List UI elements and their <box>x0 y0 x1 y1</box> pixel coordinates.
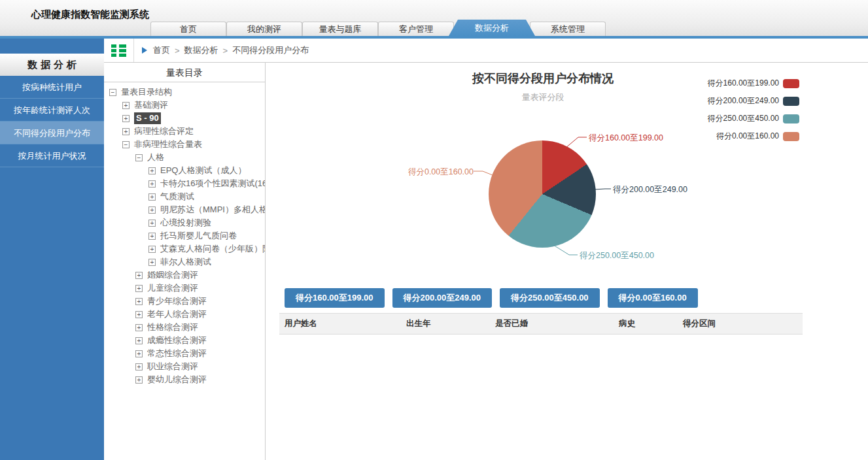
tree-toggle-icon[interactable]: + <box>135 285 143 292</box>
tree-toggle-icon[interactable]: + <box>148 206 156 214</box>
tree-row[interactable]: +明尼苏达（MMPI）多相人格测试 <box>104 203 265 216</box>
tree-toggle-icon[interactable]: + <box>148 167 156 174</box>
tree-item-label: 婴幼儿综合测评 <box>147 374 207 386</box>
tree-toggle-icon[interactable]: + <box>135 337 143 344</box>
tree-row[interactable]: +婚姻综合测评 <box>104 269 265 282</box>
layout-list-icon <box>111 44 126 57</box>
tree-row[interactable]: +卡特尔16项个性因素测试(16PF) <box>104 177 265 190</box>
tree-row[interactable]: +儿童综合测评 <box>104 282 265 295</box>
tree-item-label: S - 90 <box>134 112 161 124</box>
breadcrumb: 首页>数据分析>不同得分段用户分布 <box>142 39 309 62</box>
tree-toggle-icon[interactable]: + <box>148 233 156 240</box>
tree-toggle-icon[interactable]: + <box>135 363 143 370</box>
tree-row[interactable]: −量表目录结构 <box>104 86 265 99</box>
tree-toggle-icon[interactable]: + <box>135 311 143 318</box>
tree-toggle-icon[interactable]: + <box>148 220 156 227</box>
tree-row[interactable]: +婴幼儿综合测评 <box>104 373 265 386</box>
tab-5[interactable]: 系统管理 <box>530 22 606 36</box>
tree-row[interactable]: +性格综合测评 <box>104 321 265 334</box>
legend-item[interactable]: 得分0.00至160.00 <box>716 131 799 142</box>
tree-row[interactable]: +基础测评 <box>104 99 265 112</box>
tree-row[interactable]: +菲尔人格测试 <box>104 255 265 269</box>
legend-swatch <box>783 97 799 106</box>
table-column-header: 病史 <box>614 314 678 335</box>
tree-row[interactable]: +职业综合测评 <box>104 360 265 373</box>
tree-toggle-icon[interactable]: + <box>122 128 130 135</box>
pie-slice-label: 得分250.00至450.00 <box>580 250 654 261</box>
tree-toggle-icon[interactable]: + <box>148 180 156 188</box>
tree-panel-title: 量表目录 <box>104 63 265 82</box>
sidebar-item[interactable]: 按月统计用户状况 <box>0 144 104 167</box>
tree-toggle-icon[interactable]: − <box>135 154 143 161</box>
legend-item[interactable]: 得分200.00至249.00 <box>708 95 799 107</box>
legend-item[interactable]: 得分160.00至199.00 <box>708 78 799 89</box>
breadcrumb-arrow-icon <box>142 47 147 54</box>
tree-toggle-icon[interactable]: + <box>148 193 156 201</box>
tree-item-label: 基础测评 <box>134 99 168 111</box>
tree-item-label: 青少年综合测评 <box>147 295 207 307</box>
score-filter-button[interactable]: 得分200.00至249.00 <box>392 288 493 308</box>
tree-row[interactable]: +病理性综合评定 <box>104 125 265 138</box>
sidebar-item[interactable]: 按年龄统计测评人次 <box>0 99 104 122</box>
tree-toggle-icon[interactable]: + <box>135 324 143 331</box>
tree-row[interactable]: +EPQ人格测试（成人） <box>104 164 265 177</box>
sidebar-item[interactable]: 按病种统计用户 <box>0 76 104 99</box>
sidebar-item[interactable]: 不同得分段用户分布 <box>0 122 104 144</box>
breadcrumb-item[interactable]: 首页 <box>153 44 170 56</box>
tree-row[interactable]: +青少年综合测评 <box>104 295 265 308</box>
tab-active[interactable]: 数据分析 <box>449 20 535 36</box>
scale-tree: −量表目录结构+基础测评+S - 90+病理性综合评定−非病理性综合量表−人格+… <box>104 82 265 386</box>
tab-0[interactable]: 首页 <box>150 22 226 36</box>
tree-row[interactable]: +S - 90 <box>104 112 265 125</box>
tree-toggle-icon[interactable]: + <box>135 272 143 279</box>
score-filter-button[interactable]: 得分0.00至160.00 <box>608 288 698 308</box>
tree-item-label: 人格 <box>147 152 164 163</box>
tree-item-label: 明尼苏达（MMPI）多相人格测试 <box>160 204 266 216</box>
legend-item[interactable]: 得分250.00至450.00 <box>708 113 799 124</box>
tree-item-label: 非病理性综合量表 <box>134 139 202 150</box>
tree-toggle-icon[interactable]: + <box>148 246 156 253</box>
legend-label: 得分200.00至249.00 <box>708 95 779 107</box>
tree-item-label: 卡特尔16项个性因素测试(16PF) <box>160 178 266 189</box>
legend-swatch <box>783 79 799 88</box>
tree-row[interactable]: +常态性综合测评 <box>104 347 265 360</box>
tree-row[interactable]: +成瘾性综合测评 <box>104 334 265 347</box>
tree-row[interactable]: +老年人综合测评 <box>104 308 265 321</box>
tree-item-label: 职业综合测评 <box>147 361 198 372</box>
breadcrumb-item[interactable]: 数据分析 <box>184 44 218 56</box>
score-filter-button[interactable]: 得分160.00至199.00 <box>285 288 385 308</box>
tree-row[interactable]: +艾森克人格问卷（少年版）陈仲庚 <box>104 242 265 255</box>
table-column-header: 得分区间 <box>678 314 803 335</box>
tree-item-label: 菲尔人格测试 <box>160 256 211 268</box>
tree-toggle-icon[interactable]: + <box>135 298 143 305</box>
pie-slice-label: 得分160.00至199.00 <box>589 133 663 144</box>
pie-chart[interactable] <box>489 140 596 248</box>
tree-toggle-icon[interactable]: + <box>148 259 156 266</box>
tree-item-label: 艾森克人格问卷（少年版）陈仲庚 <box>160 243 266 255</box>
tree-toggle-icon[interactable]: + <box>122 102 130 109</box>
breadcrumb-item[interactable]: 不同得分段用户分布 <box>232 44 309 56</box>
layout-list-button[interactable] <box>104 39 134 62</box>
tree-row[interactable]: −人格 <box>104 151 265 164</box>
tree-toggle-icon[interactable]: − <box>122 141 130 148</box>
tab-1[interactable]: 我的测评 <box>226 22 302 36</box>
tree-toggle-icon[interactable]: − <box>109 89 116 96</box>
tree-item-label: 心境投射测验 <box>160 217 211 229</box>
table-column-header: 出生年 <box>401 314 490 335</box>
table-header-row: 用户姓名出生年是否已婚病史得分区间 <box>279 314 803 335</box>
tree-toggle-icon[interactable]: + <box>122 115 130 122</box>
tree-item-label: 成瘾性综合测评 <box>147 335 207 346</box>
score-filter-buttons: 得分160.00至199.00得分200.00至249.00得分250.00至4… <box>285 288 698 308</box>
app-title: 心理健康指数智能监测系统 <box>31 8 149 21</box>
tree-item-label: 老年人综合测评 <box>147 308 207 320</box>
tree-row[interactable]: +心境投射测验 <box>104 216 265 229</box>
scale-catalog-panel: 量表目录 −量表目录结构+基础测评+S - 90+病理性综合评定−非病理性综合量… <box>104 63 266 460</box>
tree-row[interactable]: −非病理性综合量表 <box>104 138 265 151</box>
score-filter-button[interactable]: 得分250.00至450.00 <box>500 288 600 308</box>
tree-toggle-icon[interactable]: + <box>135 376 143 384</box>
tree-row[interactable]: +气质测试 <box>104 190 265 203</box>
tree-toggle-icon[interactable]: + <box>135 350 143 357</box>
tab-3[interactable]: 客户管理 <box>378 22 454 36</box>
tree-row[interactable]: +托马斯婴儿气质问卷 <box>104 229 265 242</box>
tab-2[interactable]: 量表与题库 <box>302 22 378 36</box>
